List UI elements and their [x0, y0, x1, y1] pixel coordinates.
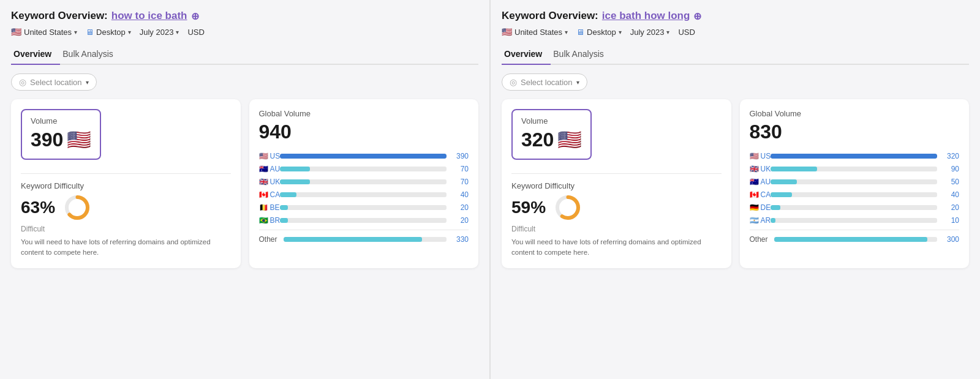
bar-fill-uk: [280, 179, 310, 184]
bar-num-us: 390: [450, 152, 469, 160]
bar-label-ar: AR: [761, 216, 771, 225]
add-keyword-icon[interactable]: ⊕: [693, 10, 701, 22]
bar-country-be: 🇧🇪 BE: [259, 203, 276, 212]
bar-fill-au: [771, 179, 797, 184]
bar-fill-be: [280, 205, 288, 210]
period-chevron-icon: ▾: [666, 29, 669, 36]
bar-flag-au: 🇦🇺: [259, 165, 268, 173]
monitor-icon: 🖥: [86, 28, 94, 37]
bar-label-au: AU: [761, 178, 771, 186]
keyword-link[interactable]: ice bath how long: [602, 10, 690, 22]
bar-flag-us: 🇺🇸: [259, 152, 268, 160]
bar-country-ca: 🇨🇦 CA: [750, 190, 767, 199]
bar-num-us: 320: [941, 152, 959, 160]
tabs-bar: OverviewBulk Analysis: [11, 44, 478, 65]
bar-country-us: 🇺🇸 US: [259, 152, 276, 160]
bar-country-br: 🇧🇷 BR: [259, 216, 276, 225]
bar-country-au: 🇦🇺 AU: [750, 178, 767, 186]
bar-fill-br: [280, 218, 288, 223]
bar-num-uk: 90: [941, 165, 959, 173]
bar-country-uk: 🇬🇧 UK: [259, 178, 276, 186]
volume-card: Volume 390 🇺🇸 Keyword Difficulty 63% Dif…: [11, 99, 241, 268]
bar-label-us: US: [270, 152, 281, 160]
volume-label: Volume: [521, 116, 582, 126]
bar-flag-br: 🇧🇷: [259, 216, 268, 225]
tab-overview[interactable]: Overview: [11, 44, 60, 65]
period-chevron-icon: ▾: [176, 29, 179, 36]
country-selector[interactable]: 🇺🇸 United States ▾: [502, 27, 568, 37]
bar-label-be: BE: [270, 203, 280, 212]
device-selector[interactable]: 🖥 Desktop ▾: [576, 28, 622, 37]
bar-row-au: 🇦🇺 AU 50: [750, 178, 960, 186]
bar-country-au: 🇦🇺 AU: [259, 165, 276, 173]
global-volume-value: 830: [750, 121, 960, 143]
bar-track-us: [280, 154, 447, 159]
cards-row: Volume 320 🇺🇸 Keyword Difficulty 59% Dif…: [502, 99, 969, 268]
donut-wrap: [64, 194, 91, 221]
period-selector[interactable]: July 2023 ▾: [630, 28, 670, 37]
period-selector[interactable]: July 2023 ▾: [140, 28, 179, 37]
bar-flag-ca: 🇨🇦: [750, 190, 759, 199]
kd-description: You will need to have lots of referring …: [21, 237, 231, 258]
bar-row-br: 🇧🇷 BR 20: [259, 216, 469, 225]
bar-country-us: 🇺🇸 US: [750, 152, 767, 160]
bar-track-ca: [771, 192, 938, 197]
country-flag: 🇺🇸: [502, 27, 512, 37]
kd-row: 63%: [21, 194, 231, 221]
country-flag: 🇺🇸: [11, 27, 21, 37]
bar-label-uk: UK: [270, 178, 281, 186]
bar-num-de: 20: [941, 203, 959, 212]
monitor-icon: 🖥: [576, 28, 584, 37]
bar-country-ar: 🇦🇷 AR: [750, 216, 767, 225]
other-bar-track: [774, 237, 938, 242]
tab-bulk-analysis[interactable]: Bulk Analysis: [551, 44, 612, 65]
kd-percent: 63%: [21, 198, 55, 217]
bar-fill-ca: [771, 192, 792, 197]
other-bar-fill: [284, 237, 423, 242]
country-selector[interactable]: 🇺🇸 United States ▾: [11, 27, 77, 37]
bar-track-ar: [771, 218, 938, 223]
location-icon: ◎: [19, 77, 26, 87]
bar-track-au: [771, 179, 938, 184]
bar-label-ca: CA: [270, 190, 281, 199]
volume-card: Volume 320 🇺🇸 Keyword Difficulty 59% Dif…: [502, 99, 731, 268]
location-select[interactable]: ◎Select location▾: [502, 73, 587, 91]
bar-track-us: [771, 154, 938, 159]
toolbar: 🇺🇸 United States ▾ 🖥 Desktop ▾ July 2023…: [502, 27, 969, 37]
device-selector[interactable]: 🖥 Desktop ▾: [86, 28, 131, 37]
donut-wrap: [554, 194, 581, 221]
kd-row: 59%: [511, 194, 722, 221]
location-chevron-icon: ▾: [576, 79, 579, 86]
country-chevron-icon: ▾: [565, 29, 568, 36]
bar-fill-ca: [280, 192, 296, 197]
volume-box: Volume 320 🇺🇸: [511, 109, 592, 160]
keyword-link[interactable]: how to ice bath: [111, 10, 187, 22]
bar-country-de: 🇩🇪 DE: [750, 203, 767, 212]
global-volume-label: Global Volume: [259, 109, 469, 118]
global-volume-card: Global Volume830 🇺🇸 US 320 🇬🇧 UK 90 🇦🇺 A…: [740, 99, 970, 268]
bar-num-ca: 40: [450, 190, 469, 199]
bar-fill-au: [280, 167, 310, 171]
bar-row-be: 🇧🇪 BE 20: [259, 203, 469, 212]
panel-1: Keyword Overview: how to ice bath ⊕ 🇺🇸 U…: [0, 0, 489, 379]
device-chevron-icon: ▾: [619, 29, 622, 36]
device-label: Desktop: [96, 28, 126, 37]
tab-overview[interactable]: Overview: [502, 44, 551, 65]
add-keyword-icon[interactable]: ⊕: [191, 10, 199, 22]
currency-label: USD: [678, 28, 695, 37]
bar-num-uk: 70: [450, 178, 469, 186]
other-row: Other 330: [259, 230, 469, 244]
bar-track-uk: [280, 179, 447, 184]
bar-fill-de: [771, 205, 780, 210]
location-label: Select location: [521, 78, 573, 87]
volume-value: 390 🇺🇸: [31, 128, 91, 151]
title-prefix: Keyword Overview:: [11, 10, 108, 22]
location-select[interactable]: ◎Select location▾: [11, 73, 97, 91]
tab-bulk-analysis[interactable]: Bulk Analysis: [60, 44, 121, 65]
period-label: July 2023: [630, 28, 665, 37]
country-chevron-icon: ▾: [74, 29, 77, 36]
other-row: Other 300: [750, 230, 960, 244]
other-bar-num: 330: [450, 235, 469, 244]
device-label: Desktop: [587, 28, 616, 37]
volume-flag: 🇺🇸: [557, 128, 582, 151]
